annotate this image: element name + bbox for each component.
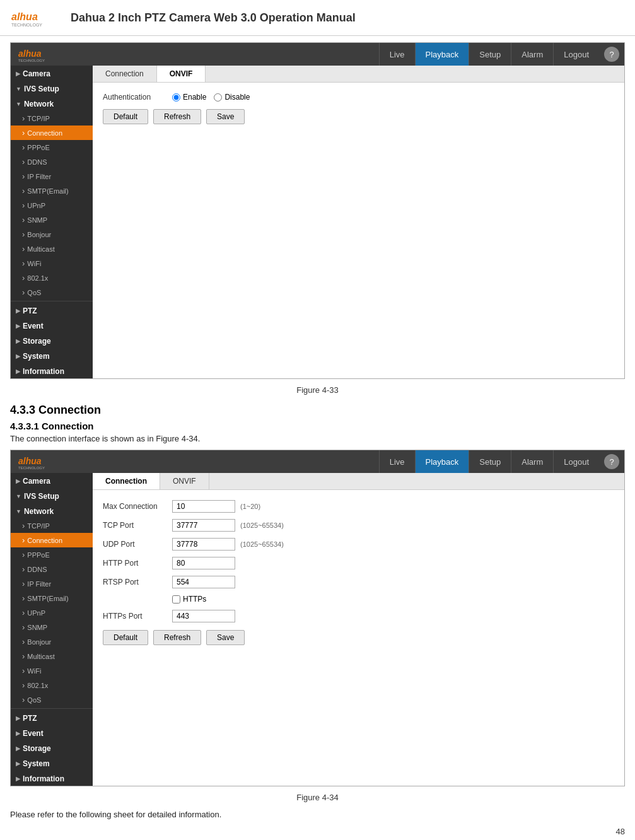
- sub-tab-connection-1[interactable]: Connection: [93, 66, 157, 82]
- disable-radio[interactable]: [214, 93, 222, 102]
- nav-tab-alarm-1[interactable]: Alarm: [511, 43, 553, 66]
- cam-body-2: Camera IVS Setup Network TCP/IP Connecti…: [11, 473, 624, 786]
- top-nav-1: alhua TECHNOLOGY Live Playback Setup Ala…: [11, 43, 624, 66]
- enable-radio-label[interactable]: Enable: [172, 93, 206, 102]
- http-port-input[interactable]: [172, 557, 235, 569]
- auth-row: Authentication Enable Disable: [103, 93, 614, 102]
- sidebar-smtp-2[interactable]: SMTP(Email): [11, 591, 93, 605]
- rtsp-port-row: RTSP Port: [103, 576, 614, 588]
- camera-ui-1: alhua TECHNOLOGY Live Playback Setup Ala…: [10, 42, 625, 379]
- sidebar-event-2[interactable]: Event: [11, 725, 93, 740]
- udp-port-row: UDP Port (1025~65534): [103, 538, 614, 551]
- sidebar-1: Camera IVS Setup Network TCP/IP Connecti…: [11, 66, 93, 378]
- sidebar-snmp-2[interactable]: SNMP: [11, 620, 93, 634]
- udp-port-input[interactable]: [172, 538, 235, 551]
- save-btn-1[interactable]: Save: [206, 109, 245, 124]
- nav-tab-live-1[interactable]: Live: [379, 43, 415, 66]
- sidebar-smtp-1[interactable]: SMTP(Email): [11, 184, 93, 198]
- sidebar-8021x-2[interactable]: 802.1x: [11, 678, 93, 692]
- max-conn-input[interactable]: [172, 500, 235, 513]
- sidebar-info-1[interactable]: Information: [11, 363, 93, 378]
- sidebar-camera-1[interactable]: Camera: [11, 66, 93, 81]
- sidebar-bonjour-2[interactable]: Bonjour: [11, 634, 93, 649]
- sidebar-ptz-2[interactable]: PTZ: [11, 710, 93, 725]
- sidebar-tcpip-1[interactable]: TCP/IP: [11, 111, 93, 125]
- enable-radio[interactable]: [172, 93, 180, 102]
- sidebar-system-1[interactable]: System: [11, 348, 93, 363]
- disable-radio-label[interactable]: Disable: [214, 93, 250, 102]
- sidebar-qos-1[interactable]: QoS: [11, 285, 93, 300]
- doc-title: Dahua 2 Inch PTZ Camera Web 3.0 Operatio…: [71, 11, 356, 25]
- refresh-btn-1[interactable]: Refresh: [153, 109, 201, 124]
- sidebar-upnp-1[interactable]: UPnP: [11, 198, 93, 213]
- nav-tab-alarm-2[interactable]: Alarm: [511, 450, 553, 473]
- sidebar-connection-2[interactable]: Connection: [11, 533, 93, 547]
- nav-tab-setup-1[interactable]: Setup: [469, 43, 511, 66]
- sidebar-connection-1[interactable]: Connection: [11, 125, 93, 140]
- sidebar-wifi-1[interactable]: WiFi: [11, 256, 93, 271]
- svg-text:TECHNOLOGY: TECHNOLOGY: [18, 59, 45, 62]
- tcp-port-hint: (1025~65534): [240, 522, 284, 529]
- sidebar-upnp-2[interactable]: UPnP: [11, 605, 93, 620]
- sidebar-pppoe-2[interactable]: PPPoE: [11, 547, 93, 562]
- https-port-input[interactable]: [172, 610, 235, 622]
- form-area-1: Authentication Enable Disable Default Re…: [93, 83, 624, 134]
- default-btn-1[interactable]: Default: [103, 109, 148, 124]
- sidebar-bonjour-1[interactable]: Bonjour: [11, 227, 93, 242]
- nav-tab-playback-2[interactable]: Playback: [415, 450, 469, 473]
- sidebar-ddns-2[interactable]: DDNS: [11, 562, 93, 576]
- sidebar-storage-1[interactable]: Storage: [11, 333, 93, 348]
- sidebar-qos-2[interactable]: QoS: [11, 692, 93, 707]
- help-icon-2[interactable]: ?: [604, 454, 619, 469]
- sidebar-ivs-2[interactable]: IVS Setup: [11, 488, 93, 503]
- nav-tab-setup-2[interactable]: Setup: [469, 450, 511, 473]
- max-conn-row: Max Connection (1~20): [103, 500, 614, 513]
- btn-row-1: Default Refresh Save: [103, 109, 614, 124]
- refresh-btn-2[interactable]: Refresh: [153, 630, 201, 645]
- https-checkbox[interactable]: [172, 595, 180, 604]
- nav-logo-2: alhua TECHNOLOGY: [11, 450, 67, 473]
- sidebar-multicast-2[interactable]: Multicast: [11, 649, 93, 663]
- sidebar-system-2[interactable]: System: [11, 755, 93, 771]
- sidebar-ipfilter-2[interactable]: IP Filter: [11, 576, 93, 591]
- sidebar-ptz-1[interactable]: PTZ: [11, 303, 93, 318]
- sidebar-network-1[interactable]: Network: [11, 96, 93, 111]
- sidebar-camera-2[interactable]: Camera: [11, 473, 93, 488]
- sidebar-ivs-1[interactable]: IVS Setup: [11, 81, 93, 96]
- nav-tab-logout-1[interactable]: Logout: [553, 43, 599, 66]
- sidebar-pppoe-1[interactable]: PPPoE: [11, 140, 93, 155]
- sidebar-ddns-1[interactable]: DDNS: [11, 155, 93, 169]
- content-1: Connection ONVIF Authentication Enable D…: [93, 66, 624, 378]
- https-checkbox-label[interactable]: HTTPs: [172, 595, 206, 604]
- nav-logo-1: alhua TECHNOLOGY: [11, 43, 67, 66]
- nav-tab-playback-1[interactable]: Playback: [415, 43, 469, 66]
- sidebar-info-2[interactable]: Information: [11, 771, 93, 786]
- figure-caption-2: Figure 4-34: [0, 793, 635, 802]
- nav-tab-live-2[interactable]: Live: [379, 450, 415, 473]
- sub-tab-connection-2[interactable]: Connection: [93, 473, 160, 489]
- help-icon-1[interactable]: ?: [604, 47, 619, 62]
- svg-text:alhua: alhua: [18, 456, 42, 466]
- top-nav-2: alhua TECHNOLOGY Live Playback Setup Ala…: [11, 450, 624, 473]
- sub-tab-onvif-2[interactable]: ONVIF: [160, 473, 209, 489]
- sidebar-tcpip-2[interactable]: TCP/IP: [11, 518, 93, 533]
- sidebar-wifi-2[interactable]: WiFi: [11, 663, 93, 678]
- form-area-2: Max Connection (1~20) TCP Port (1025~655…: [93, 490, 624, 655]
- sidebar-event-1[interactable]: Event: [11, 318, 93, 333]
- sidebar-ipfilter-1[interactable]: IP Filter: [11, 169, 93, 184]
- sidebar-storage-2[interactable]: Storage: [11, 740, 93, 755]
- tcp-port-input[interactable]: [172, 519, 235, 532]
- default-btn-2[interactable]: Default: [103, 630, 148, 645]
- nav-tab-logout-2[interactable]: Logout: [553, 450, 599, 473]
- sub-tab-onvif-1[interactable]: ONVIF: [157, 66, 206, 82]
- udp-port-label: UDP Port: [103, 540, 172, 549]
- rtsp-port-input[interactable]: [172, 576, 235, 588]
- sidebar-network-2[interactable]: Network: [11, 503, 93, 518]
- save-btn-2[interactable]: Save: [206, 630, 245, 645]
- sidebar-multicast-1[interactable]: Multicast: [11, 242, 93, 256]
- content-2: Connection ONVIF Max Connection (1~20) T…: [93, 473, 624, 786]
- sidebar-snmp-1[interactable]: SNMP: [11, 213, 93, 227]
- https-port-row: HTTPs Port: [103, 610, 614, 622]
- section-4331-heading: 4.3.3.1 Connection: [10, 421, 625, 431]
- sidebar-8021x-1[interactable]: 802.1x: [11, 271, 93, 285]
